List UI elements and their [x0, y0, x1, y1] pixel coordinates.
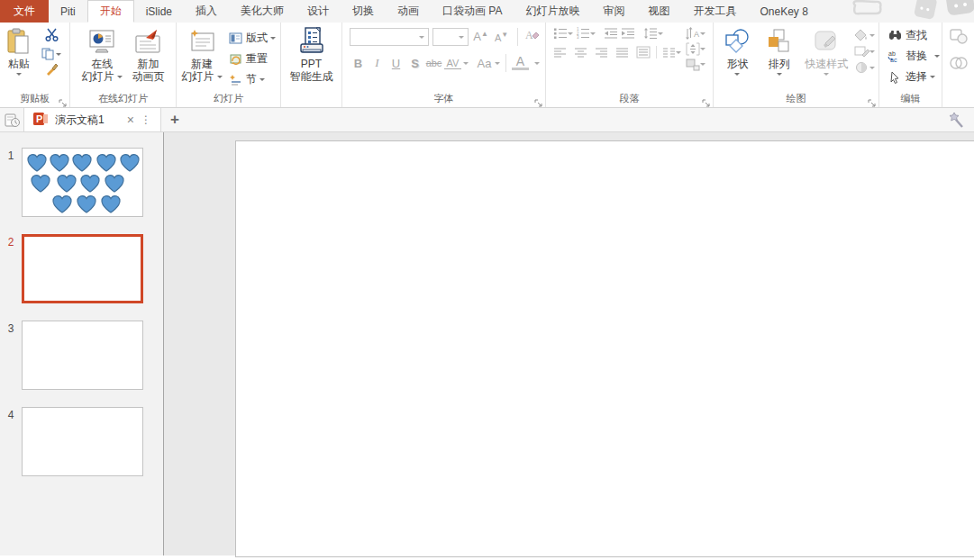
select-button[interactable]: 选择: [887, 68, 942, 86]
tab-pocket-animation[interactable]: 口袋动画 PA: [431, 0, 514, 23]
drawing-dialog-launcher[interactable]: [868, 95, 877, 104]
align-right-button[interactable]: [595, 47, 608, 59]
copy-button[interactable]: [41, 48, 61, 60]
shapes-button[interactable]: 形状: [717, 25, 757, 92]
underline-button[interactable]: U: [387, 57, 405, 70]
layout-button[interactable]: 版式: [227, 29, 276, 48]
section-button[interactable]: 节: [227, 70, 276, 89]
slide-number: 2: [0, 234, 22, 303]
columns-button[interactable]: [662, 47, 681, 59]
group-partial-right: [942, 23, 974, 107]
tab-piti[interactable]: Piti: [49, 0, 87, 23]
arrange-button[interactable]: 排列: [760, 25, 799, 92]
font-name-combobox[interactable]: [350, 28, 429, 46]
font-dialog-launcher[interactable]: [534, 95, 543, 104]
tab-animations[interactable]: 动画: [386, 0, 431, 23]
tab-beautify[interactable]: 美化大师: [229, 0, 296, 23]
reset-button[interactable]: 重置: [227, 50, 276, 68]
close-document-icon[interactable]: ×: [127, 113, 134, 127]
decrease-font-size-button[interactable]: A▼: [493, 31, 510, 43]
line-spacing-button[interactable]: [643, 27, 663, 40]
increase-font-size-button[interactable]: A▲: [472, 30, 489, 43]
slide-1-preview[interactable]: [22, 148, 143, 217]
slide-thumbnail-panel: 1 2 3 4: [0, 132, 164, 555]
slide-thumbnail-2[interactable]: 2: [0, 234, 163, 303]
tab-transitions[interactable]: 切换: [341, 0, 386, 23]
new-animation-page-button[interactable]: 新加 动画页: [132, 25, 164, 92]
numbering-button[interactable]: 123: [576, 27, 596, 40]
online-slides-icon: [88, 27, 115, 56]
workspace: 1 2 3 4: [0, 132, 974, 555]
tab-view[interactable]: 视图: [636, 0, 681, 23]
decrease-indent-button[interactable]: [604, 27, 618, 40]
slide-4-preview[interactable]: [22, 407, 143, 476]
change-case-button[interactable]: Aa: [476, 57, 493, 70]
select-dropdown-icon: [930, 76, 935, 81]
ribbon-tab-bar: 文件 Piti 开始 iSlide 插入 美化大师 设计 切换 动画 口袋动画 …: [0, 0, 974, 23]
paragraph-dialog-launcher[interactable]: [702, 95, 711, 104]
tab-home[interactable]: 开始: [87, 0, 134, 23]
shape-effects-button[interactable]: [854, 61, 875, 74]
current-slide-surface[interactable]: [235, 140, 974, 557]
align-text-button[interactable]: [686, 42, 705, 56]
new-animation-page-label-line2: 动画页: [132, 70, 164, 83]
slide-thumbnail-1[interactable]: 1: [0, 148, 163, 217]
character-spacing-button[interactable]: AV: [444, 58, 461, 69]
align-left-button[interactable]: [553, 47, 567, 59]
paste-label: 粘贴: [8, 58, 30, 70]
format-painter-icon[interactable]: [45, 63, 59, 79]
quick-styles-button[interactable]: 快速样式: [801, 25, 851, 92]
shape-fill-button[interactable]: [854, 29, 875, 41]
tab-slideshow[interactable]: 幻灯片放映: [514, 0, 591, 23]
replace-button[interactable]: abac 替换: [887, 47, 942, 66]
new-slide-button[interactable]: 新建 幻灯片: [178, 25, 225, 92]
slide-3-preview[interactable]: [22, 321, 143, 390]
paste-button[interactable]: 粘贴: [2, 25, 35, 92]
merge-shapes-icon[interactable]: [950, 28, 968, 48]
slide-2-preview-selected[interactable]: [22, 234, 143, 303]
combine-shapes-icon[interactable]: [950, 55, 968, 75]
layout-label: 版式: [246, 31, 268, 46]
bold-button[interactable]: B: [350, 57, 367, 70]
tab-islide[interactable]: iSlide: [134, 0, 184, 23]
font-size-combobox[interactable]: [432, 28, 469, 46]
slide-thumbnail-4[interactable]: 4: [0, 407, 163, 476]
strikethrough-button[interactable]: abc: [425, 58, 442, 68]
bullets-button[interactable]: [553, 27, 573, 40]
clear-formatting-icon[interactable]: A: [525, 29, 540, 45]
tab-developer[interactable]: 开发工具: [681, 0, 748, 23]
new-document-tab-button[interactable]: +: [161, 108, 188, 131]
tab-onekey[interactable]: OneKey 8: [748, 0, 819, 23]
group-online-slides: 在线 幻灯片 新加 动画页 在线幻灯片: [70, 23, 177, 107]
text-direction-button[interactable]: A: [686, 27, 705, 41]
find-label: 查找: [906, 28, 927, 43]
increase-indent-button[interactable]: [621, 27, 635, 40]
tab-design[interactable]: 设计: [296, 0, 341, 23]
italic-button[interactable]: I: [369, 56, 386, 70]
tab-more-options-icon[interactable]: ⋮: [141, 113, 151, 126]
shape-outline-button[interactable]: [854, 45, 875, 58]
slide-thumbnail-3[interactable]: 3: [0, 321, 163, 390]
convert-to-smartart-button[interactable]: [686, 58, 705, 71]
recent-documents-icon[interactable]: [0, 108, 23, 131]
magic-wand-icon[interactable]: [947, 111, 967, 134]
find-button[interactable]: 查找: [887, 26, 942, 45]
ppt-smart-generate-button[interactable]: PPT 智能生成: [290, 25, 333, 107]
svg-text:A: A: [525, 29, 533, 41]
slide-number: 4: [0, 407, 22, 476]
cut-icon[interactable]: [44, 28, 59, 45]
shadow-button[interactable]: S: [406, 57, 423, 70]
tab-insert[interactable]: 插入: [184, 0, 229, 23]
tab-file[interactable]: 文件: [0, 0, 49, 23]
justify-button[interactable]: [615, 47, 629, 59]
editing-canvas[interactable]: [164, 132, 974, 555]
distribute-text-button[interactable]: [636, 46, 651, 59]
font-color-button[interactable]: A: [512, 56, 529, 70]
align-center-button[interactable]: [574, 47, 587, 59]
slides-group-label: 幻灯片: [177, 92, 280, 107]
clipboard-dialog-launcher[interactable]: [59, 95, 68, 104]
tab-review[interactable]: 审阅: [591, 0, 636, 23]
online-slides-button[interactable]: 在线 幻灯片: [82, 25, 123, 92]
document-tab[interactable]: P 演示文稿1 × ⋮: [23, 108, 161, 131]
group-ppt-smart-generate: PPT 智能生成: [281, 23, 342, 107]
